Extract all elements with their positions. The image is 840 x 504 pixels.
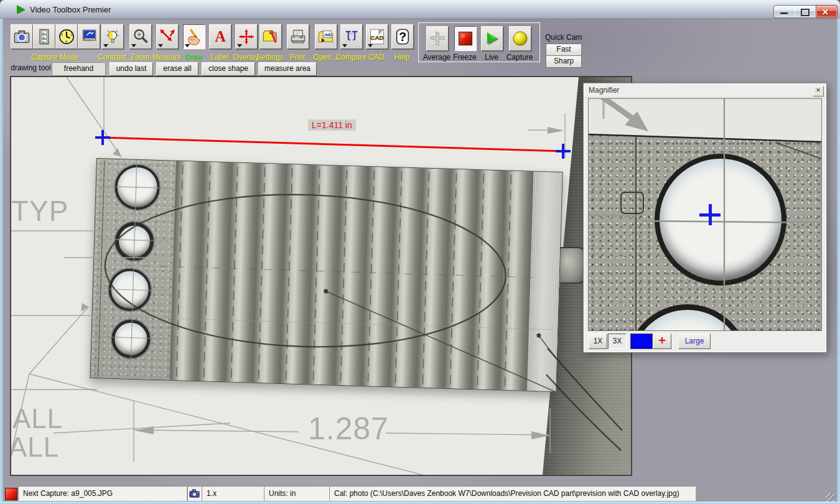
capture-sphere-icon bbox=[511, 30, 529, 47]
fast-button[interactable]: Fast bbox=[546, 44, 582, 56]
svg-text:9: 9 bbox=[60, 32, 63, 37]
window-title: Video Toolbox Premier bbox=[30, 5, 111, 14]
light-bulb-icon bbox=[105, 28, 121, 45]
sharp-button[interactable]: Sharp bbox=[546, 55, 582, 68]
mag-3x-button[interactable]: 3X bbox=[608, 334, 627, 349]
capture-screen-button[interactable] bbox=[78, 24, 100, 49]
clock-icon: 936 bbox=[58, 28, 75, 45]
minimize-icon bbox=[780, 12, 788, 14]
magnifier-view bbox=[588, 98, 822, 331]
window-border-right bbox=[837, 19, 840, 502]
capture-still-button[interactable] bbox=[11, 24, 33, 49]
stop-button[interactable] bbox=[5, 488, 17, 500]
window-border-left bbox=[0, 19, 3, 502]
crosshair-grid-icon bbox=[238, 28, 255, 45]
status-next-capture: Next Capture: a9_005.JPG bbox=[18, 486, 187, 501]
capture-label: Capture bbox=[492, 53, 548, 62]
cad-icon: CAD bbox=[368, 28, 386, 45]
svg-text:3: 3 bbox=[70, 32, 73, 37]
magnifier-window[interactable]: Magnifier ✕ 1X 3X bbox=[583, 83, 827, 353]
svg-text:A: A bbox=[215, 28, 226, 45]
mag-color-swatch-blue[interactable] bbox=[630, 334, 653, 349]
video-image-area[interactable]: TYP ALL ALL .070 1.287 bbox=[10, 76, 632, 476]
average-icon bbox=[429, 30, 446, 47]
capture-timed-button[interactable]: 936 bbox=[55, 24, 78, 49]
magnifier-close-button[interactable]: ✕ bbox=[813, 86, 824, 96]
dropdown-arrow-icon bbox=[185, 44, 190, 47]
window-border-bottom bbox=[0, 502, 840, 504]
folder-tools-icon bbox=[262, 28, 279, 45]
magnifier-icon bbox=[132, 28, 149, 45]
open-button[interactable] bbox=[315, 24, 337, 49]
compare-icon bbox=[343, 28, 360, 45]
freeze-icon bbox=[457, 30, 474, 47]
dropdown-arrow-icon bbox=[368, 44, 373, 47]
settings-button[interactable] bbox=[259, 24, 282, 49]
magnifier-title-bar[interactable]: Magnifier bbox=[584, 83, 826, 98]
undo-last-button[interactable]: undo last bbox=[110, 62, 153, 76]
close-icon: ✕ bbox=[822, 7, 829, 17]
dropdown-arrow-icon bbox=[342, 44, 347, 47]
status-camera-panel bbox=[187, 486, 202, 501]
title-bar[interactable]: Video Toolbox Premier ✕ bbox=[0, 0, 840, 19]
app-window: Video Toolbox Premier ✕ 936 A bbox=[0, 0, 840, 504]
magnifier-title: Magnifier bbox=[589, 86, 619, 95]
svg-text:CAD: CAD bbox=[370, 34, 383, 41]
dropdown-arrow-icon bbox=[237, 44, 242, 47]
dropdown-arrow-icon bbox=[158, 44, 163, 47]
print-button[interactable] bbox=[287, 24, 309, 49]
average-button[interactable] bbox=[426, 26, 449, 51]
printer-icon bbox=[289, 28, 307, 45]
close-shape-button[interactable]: close shape bbox=[202, 62, 255, 76]
drawing-tool-label: drawing tool bbox=[11, 63, 51, 72]
minimize-button[interactable] bbox=[773, 5, 796, 18]
svg-text:?: ? bbox=[399, 30, 406, 44]
measure-endpoint-cross-right[interactable] bbox=[556, 144, 571, 159]
contrast-button[interactable] bbox=[101, 24, 124, 49]
play-icon bbox=[483, 30, 501, 47]
mag-large-button[interactable]: Large bbox=[678, 334, 711, 349]
cad-button[interactable]: CAD bbox=[366, 24, 388, 49]
measure-endpoint-cross-left[interactable] bbox=[95, 130, 110, 145]
mag-1x-button[interactable]: 1X bbox=[589, 334, 607, 349]
dropdown-arrow-icon bbox=[103, 44, 108, 47]
close-button[interactable]: ✕ bbox=[816, 5, 838, 18]
label-button[interactable]: A bbox=[209, 24, 231, 49]
maximize-icon bbox=[801, 9, 810, 16]
film-strip-icon bbox=[35, 28, 53, 45]
svg-text:6: 6 bbox=[65, 40, 68, 44]
status-units: Units: in bbox=[264, 486, 329, 501]
help-button[interactable]: ? bbox=[391, 24, 414, 49]
measure-area-button[interactable]: measure area bbox=[258, 62, 317, 76]
dropdown-arrow-icon bbox=[131, 44, 136, 47]
measure-arrows-icon bbox=[159, 28, 176, 45]
drawing-tool-value[interactable]: freehand bbox=[52, 62, 106, 76]
app-icon bbox=[17, 5, 25, 14]
status-calibration: Cal: photo (C:\Users\Daves Zenbook W7\Do… bbox=[329, 486, 696, 501]
open-folder-icon bbox=[317, 28, 335, 45]
measure-button[interactable] bbox=[156, 24, 179, 49]
mag-cursor-cross-button[interactable]: + bbox=[653, 334, 671, 349]
camera-icon bbox=[189, 489, 200, 498]
resize-grip[interactable] bbox=[825, 493, 834, 502]
letter-a-icon: A bbox=[212, 28, 229, 45]
erase-all-button[interactable]: erase all bbox=[156, 62, 198, 76]
capture-button[interactable] bbox=[509, 26, 531, 51]
measure-line bbox=[103, 138, 563, 151]
freeze-button[interactable] bbox=[454, 26, 477, 51]
live-button[interactable] bbox=[481, 26, 503, 51]
measure-length-label: L=1.411 in bbox=[308, 119, 356, 131]
overlay-button[interactable] bbox=[235, 24, 258, 49]
drawing-hand-icon bbox=[185, 28, 203, 45]
help-icon: ? bbox=[394, 28, 411, 45]
draw-button[interactable] bbox=[183, 24, 205, 49]
computer-icon bbox=[80, 28, 98, 45]
capture-mode-label: Capture Mode bbox=[27, 53, 83, 62]
compare-button[interactable] bbox=[340, 24, 363, 49]
capture-movie-button[interactable] bbox=[33, 24, 55, 49]
camera-icon bbox=[13, 28, 30, 45]
quick-cam-label: Quick Cam bbox=[545, 33, 582, 42]
status-zoom-level: 1.x bbox=[202, 486, 264, 501]
maximize-button[interactable] bbox=[795, 5, 816, 18]
zoom-button[interactable] bbox=[129, 24, 152, 49]
